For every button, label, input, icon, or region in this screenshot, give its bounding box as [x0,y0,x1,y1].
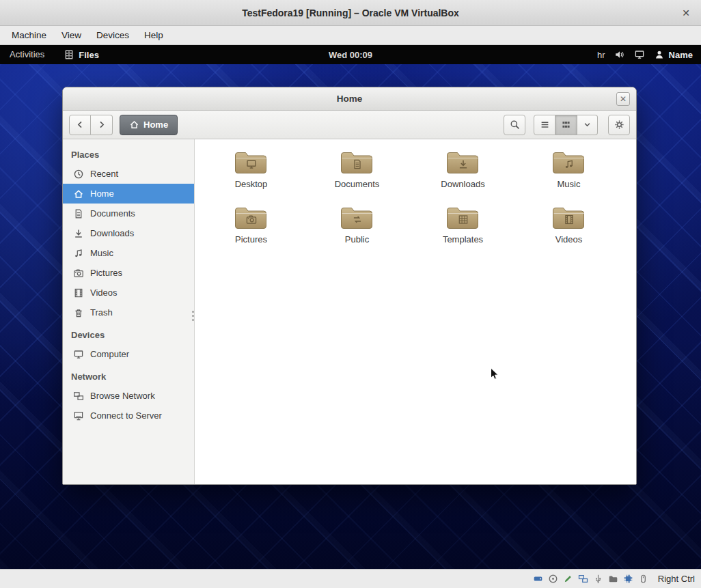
files-titlebar[interactable]: Home ✕ [63,87,636,111]
keyboard-layout-indicator[interactable]: hr [597,50,605,60]
menu-view[interactable]: View [54,26,89,44]
location-label: Home [143,120,168,130]
sidebar-item-recent[interactable]: Recent [63,164,194,184]
sidebar-item-label: Downloads [90,228,134,238]
display-icon[interactable] [634,49,645,60]
folder-public[interactable]: Public [304,204,410,260]
folder-icon-display [234,149,269,176]
sidebar-item-label: Videos [90,288,118,298]
folder-label: Public [345,234,369,244]
sidebar-item-downloads[interactable]: Downloads [63,223,194,243]
file-grid[interactable]: DesktopDocumentsDownloadsMusicPicturesPu… [195,139,636,484]
folder-downloads[interactable]: Downloads [410,149,516,204]
folder-label: Documents [335,179,380,189]
folder-label: Pictures [235,234,267,244]
folder-documents[interactable]: Documents [304,149,410,204]
folder-icon-camera [234,204,269,232]
shared-folders-icon[interactable] [608,574,618,584]
sidebar-section-network: Network [63,364,194,386]
home-icon [73,188,84,199]
folder-music[interactable]: Music [516,149,622,204]
chevron-down-icon [582,120,592,130]
gear-icon [614,120,624,130]
user-menu[interactable]: Name [654,49,693,60]
sidebar: PlacesRecentHomeDocumentsDownloadsMusicP… [63,139,195,484]
navigation-buttons [69,115,113,135]
document-icon [73,208,84,219]
pen-icon[interactable] [563,574,573,584]
sidebar-item-pictures[interactable]: Pictures [63,263,194,283]
forward-button[interactable] [91,115,113,135]
files-body: PlacesRecentHomeDocumentsDownloadsMusicP… [63,139,636,484]
list-view-button[interactable] [534,115,555,135]
folder-label: Desktop [235,179,268,189]
current-app-button[interactable]: Files [64,49,99,60]
files-app-icon [64,49,74,60]
sidebar-item-label: Connect to Server [90,410,162,421]
clock[interactable]: Wed 00:09 [0,50,701,60]
desktop[interactable]: Home ✕ Home [0,64,701,569]
camera-icon [73,268,84,279]
usb-icon[interactable] [593,574,603,584]
vm-title: TestFedora19 [Running] – Oracle VM Virtu… [242,8,459,18]
folder-videos[interactable]: Videos [516,204,622,260]
clock-icon [73,169,84,180]
folder-pictures[interactable]: Pictures [198,204,304,260]
activities-button[interactable]: Activities [0,45,54,64]
optical-disc-icon[interactable] [548,574,558,584]
back-button[interactable] [69,115,91,135]
mouse-integration-icon[interactable] [638,574,648,584]
trash-icon [73,307,84,318]
volume-icon[interactable] [614,49,625,60]
folder-label: Templates [443,234,483,244]
sidebar-section-places: Places [63,142,194,164]
search-button[interactable] [504,115,525,135]
vm-close-button[interactable]: ✕ [679,6,693,20]
sidebar-item-computer[interactable]: Computer [63,344,194,364]
folder-templates[interactable]: Templates [410,204,516,260]
menu-help[interactable]: Help [137,26,171,44]
sidebar-item-music[interactable]: Music [63,243,194,263]
vm-menubar: MachineViewDevicesHelp [0,26,701,45]
chevron-left-icon [75,120,85,130]
folder-label: Videos [555,234,583,244]
view-options-button[interactable] [577,115,598,135]
download-icon [73,228,84,239]
server-icon [73,410,84,421]
sidebar-item-label: Computer [90,349,129,359]
menu-machine[interactable]: Machine [4,26,54,44]
sidebar-item-label: Recent [90,169,118,179]
folder-icon-film [552,204,586,232]
sidebar-item-videos[interactable]: Videos [63,283,194,303]
sidebar-item-browse-network[interactable]: Browse Network [63,386,194,406]
files-window-title: Home [337,94,363,104]
network-adapters-icon[interactable] [578,574,588,584]
sidebar-item-documents[interactable]: Documents [63,204,194,223]
folder-desktop[interactable]: Desktop [198,149,304,204]
sidebar-item-trash[interactable]: Trash [63,303,194,322]
sidebar-item-connect-to-server[interactable]: Connect to Server [63,406,194,425]
user-name: Name [669,50,693,60]
sidebar-item-home[interactable]: Home [63,184,194,204]
folder-icon-document [340,149,374,176]
computer-icon [73,349,84,360]
sidebar-item-label: Trash [90,307,113,318]
menu-devices[interactable]: Devices [89,26,137,44]
grid-view-button[interactable] [555,115,577,135]
list-view-icon [540,120,550,130]
vm-titlebar[interactable]: TestFedora19 [Running] – Oracle VM Virtu… [0,0,701,26]
sidebar-item-label: Music [90,248,113,258]
location-home-button[interactable]: Home [120,115,178,135]
menu-button[interactable] [608,115,630,135]
sidebar-resize-handle[interactable] [191,307,195,324]
grid-view-icon [561,120,571,130]
gnome-top-bar: Activities Files Wed 00:09 hr Name [0,45,701,64]
files-close-button[interactable]: ✕ [616,92,630,106]
files-toolbar: Home [63,111,636,139]
chevron-right-icon [96,120,107,130]
files-window: Home ✕ Home [62,87,637,485]
view-toggle-group [534,115,598,135]
virtualization-chip-icon[interactable] [623,574,633,584]
hdd-icon[interactable] [533,574,543,584]
search-icon [510,120,520,130]
